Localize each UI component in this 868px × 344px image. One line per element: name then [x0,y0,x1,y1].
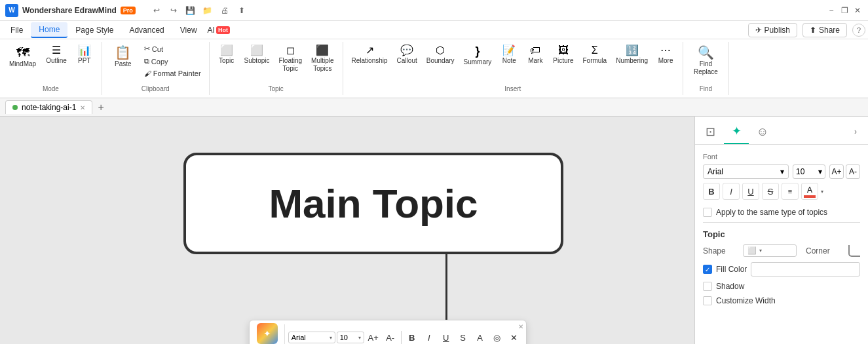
fill-color-swatch[interactable] [751,262,860,277]
publish-button[interactable]: ✈ Publish [748,23,797,37]
copy-button[interactable]: ⧉ Copy [142,56,204,67]
minimize-button[interactable]: − [826,5,837,16]
canvas[interactable]: Main Topic Subtopic ✕ ✦ Generate Arial ▾ [0,117,694,344]
more-icon: ⋯ [660,45,671,56]
floating-topic-button[interactable]: ◻ FloatingTopic [276,43,306,75]
tab-close-button[interactable]: ✕ [80,104,85,111]
outline-label: Outline [46,57,67,65]
relationship-button[interactable]: ↗ Relationship [349,43,391,67]
ppt-icon: 📊 [78,45,91,56]
floating-toolbar-close[interactable]: ✕ [518,323,523,330]
app-name: Wondershare EdrawMind [22,6,117,15]
numbering-button[interactable]: 🔢 Numbering [613,43,651,67]
customize-width-label: Customize Width [716,296,776,305]
main-topic-text: Main Topic [269,180,478,227]
ft-size-dropdown-arrow: ▾ [358,335,361,341]
formula-button[interactable]: Σ Formula [579,43,610,67]
font-size-down-button[interactable]: A- [846,164,860,179]
color-button[interactable]: A [801,183,818,200]
open-button[interactable]: 📁 [200,3,216,18]
summary-button[interactable]: } Summary [461,43,495,68]
save-button[interactable]: 💾 [183,3,198,18]
ai-icon-btn[interactable]: ✦ [257,323,278,344]
menu-bar: File Home Page Style Advanced View AI Ho… [0,21,868,39]
maximize-button[interactable]: ❐ [839,5,850,16]
ft-color-button[interactable]: A [472,330,488,344]
bold-button[interactable]: B [703,183,720,200]
topic-icon: ⬜ [220,45,233,56]
picture-button[interactable]: 🖼 Picture [550,43,576,67]
ft-underline-button[interactable]: U [438,330,454,344]
right-panel: ⊡ ✦ ☺ › Font Arial ▾ 10 ▾ [694,117,868,344]
boundary-button[interactable]: ⬡ Boundary [423,43,458,67]
panel-tab-more[interactable]: › [846,119,865,144]
ft-size-select[interactable]: 10 ▾ [337,332,364,343]
outline-button[interactable]: ☰ Outline [43,43,70,67]
ft-strikethrough-button[interactable]: S [455,330,471,344]
export-button[interactable]: ⬆ [234,3,250,18]
fill-color-checkbox[interactable]: ✓ [703,265,712,274]
note-button[interactable]: 📝 Note [497,43,521,67]
topic-button[interactable]: ⬜ Topic [215,43,238,67]
menu-ai[interactable]: AI Hot [208,26,230,35]
font-size-select[interactable]: 10 ▾ [793,164,825,179]
undo-button[interactable]: ↩ [149,3,164,18]
panel-tab-style[interactable]: ⊡ [698,119,723,144]
ft-bold-button[interactable]: B [404,330,420,344]
close-button[interactable]: ✕ [852,5,863,16]
paste-label: Paste [115,60,132,68]
ft-size-decrease-button[interactable]: A- [383,330,398,344]
mark-button[interactable]: 🏷 Mark [523,43,547,67]
multiple-topics-button[interactable]: ⬛ MultipleTopics [308,43,337,75]
share-button[interactable]: ⬆ Share [802,23,847,37]
ppt-button[interactable]: 📊 PPT [73,43,96,67]
ft-highlight-button[interactable]: ◎ [489,330,505,344]
topic-label: Topic [219,57,234,65]
print-button[interactable]: 🖨 [217,3,233,18]
find-buttons: 🔍 FindReplace [689,43,723,84]
menu-page-style[interactable]: Page Style [67,23,121,37]
help-button[interactable]: ? [852,24,865,37]
format-painter-button[interactable]: 🖌 Format Painter [142,68,204,79]
align-button[interactable]: ≡ [782,183,799,200]
tab-add-button[interactable]: + [95,100,106,115]
ai-generate-btn[interactable]: ✦ Generate [254,323,281,344]
font-name-select[interactable]: Arial ▾ [703,164,789,179]
font-size-up-button[interactable]: A+ [829,164,844,179]
main-topic-box[interactable]: Main Topic [183,153,563,254]
cut-label: Cut [152,45,163,53]
ft-size-increase-button[interactable]: A+ [366,330,381,344]
strikethrough-button[interactable]: S [762,183,779,200]
shape-select[interactable]: ⬜ ▾ [743,244,797,257]
menu-view[interactable]: View [172,23,205,37]
customize-width-checkbox[interactable] [703,296,712,305]
panel-tab-ai-format[interactable]: ✦ [724,119,749,144]
apply-same-checkbox[interactable] [703,208,712,217]
picture-icon: 🖼 [558,45,569,56]
cut-button[interactable]: ✂ Cut [142,43,204,54]
menu-advanced[interactable]: Advanced [121,23,172,37]
italic-button[interactable]: I [723,183,740,200]
ft-italic-button[interactable]: I [421,330,437,344]
menu-home[interactable]: Home [31,22,67,38]
multiple-topics-icon: ⬛ [316,45,329,56]
ft-clear-button[interactable]: ✕ [506,330,522,344]
callout-button[interactable]: 💬 Callout [394,43,421,67]
color-indicator [804,195,816,198]
ft-font-select[interactable]: Arial ▾ [288,332,335,343]
color-dropdown-arrow[interactable]: ▾ [821,189,823,195]
menu-file[interactable]: File [3,23,31,37]
mindmap-button[interactable]: 🗺 MindMap [5,43,40,71]
tab-dot [12,105,18,110]
underline-button[interactable]: U [742,183,759,200]
find-replace-button[interactable]: 🔍 FindReplace [689,43,723,79]
ft-font-name: Arial [292,334,306,341]
more-insert-button[interactable]: ⋯ More [654,43,677,67]
panel-tab-emoji[interactable]: ☺ [750,119,775,144]
subtopic-button[interactable]: ⬜ Subtopic [241,43,273,67]
redo-button[interactable]: ↪ [166,3,181,18]
tab-note-taking[interactable]: note-taking-ai-1 ✕ [5,100,92,114]
cut-icon: ✂ [144,45,150,53]
shadow-checkbox[interactable] [703,282,712,291]
paste-button[interactable]: 📋 Paste [107,43,139,71]
